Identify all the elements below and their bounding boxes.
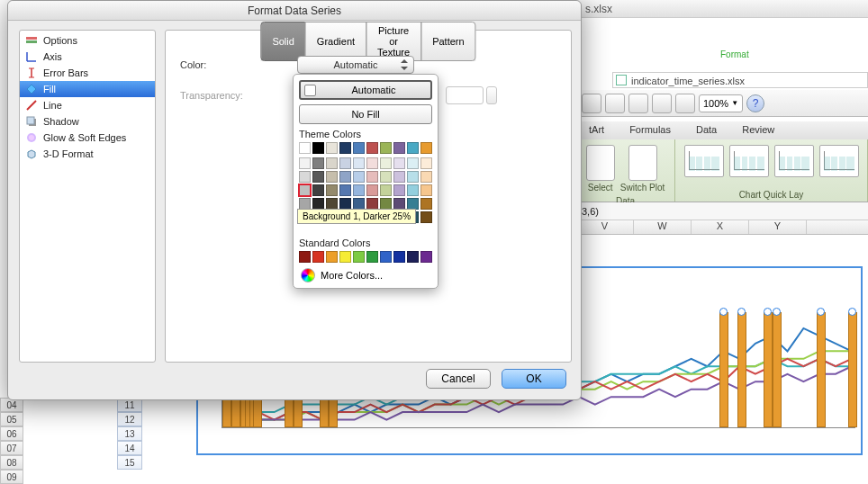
more-colors-button[interactable]: More Colors... <box>299 264 432 282</box>
chart-bar[interactable] <box>719 312 728 427</box>
toolbar-button[interactable] <box>628 94 648 113</box>
color-swatch[interactable] <box>393 142 405 154</box>
color-swatch[interactable] <box>339 184 351 196</box>
color-swatch[interactable] <box>380 157 392 169</box>
color-swatch[interactable] <box>366 184 378 196</box>
color-swatch[interactable] <box>366 171 378 183</box>
color-swatch[interactable] <box>393 171 405 183</box>
transparency-stepper[interactable] <box>486 86 497 104</box>
color-swatch[interactable] <box>353 184 365 196</box>
color-swatch[interactable] <box>420 157 432 169</box>
color-swatch[interactable] <box>312 251 324 263</box>
color-swatch[interactable] <box>420 198 432 210</box>
selection-handle[interactable] <box>737 308 746 316</box>
col-header[interactable]: X <box>692 220 749 234</box>
color-swatch[interactable] <box>339 157 351 169</box>
chart-layout-thumb[interactable] <box>819 145 859 177</box>
row-header[interactable]: 15 <box>117 455 142 470</box>
color-swatch[interactable] <box>393 157 405 169</box>
color-swatch[interactable] <box>353 171 365 183</box>
sidebar-item-glow-soft-edges[interactable]: Glow & Soft Edges <box>20 130 155 146</box>
color-swatch[interactable] <box>326 157 338 169</box>
transparency-input[interactable] <box>446 86 484 104</box>
color-swatch[interactable] <box>380 184 392 196</box>
color-swatch[interactable] <box>299 157 311 169</box>
color-swatch[interactable] <box>326 184 338 196</box>
sidebar-item-fill[interactable]: Fill <box>20 81 155 97</box>
color-swatch[interactable] <box>299 184 311 196</box>
color-swatch[interactable] <box>407 184 419 196</box>
ribbon-tab[interactable]: Review <box>729 121 787 139</box>
color-swatch[interactable] <box>366 251 378 263</box>
color-swatch[interactable] <box>393 184 405 196</box>
color-swatch[interactable] <box>339 251 351 263</box>
selection-handle[interactable] <box>848 308 856 316</box>
color-swatch[interactable] <box>420 211 432 223</box>
color-swatch[interactable] <box>380 142 392 154</box>
color-swatch[interactable] <box>420 251 432 263</box>
switch-plot-button[interactable] <box>628 145 657 181</box>
toolbar-button[interactable] <box>582 94 601 113</box>
color-swatch[interactable] <box>326 251 338 263</box>
col-header[interactable]: Y <box>749 220 807 234</box>
color-swatch[interactable] <box>312 171 324 183</box>
color-swatch[interactable] <box>353 157 365 169</box>
color-swatch[interactable] <box>420 142 432 154</box>
color-swatch[interactable] <box>353 251 365 263</box>
chart-bar[interactable] <box>848 312 857 427</box>
row-header[interactable]: 06 <box>0 426 23 441</box>
ribbon-tab[interactable]: Data <box>683 121 729 139</box>
toolbar-button[interactable] <box>675 94 695 113</box>
row-header[interactable]: 13 <box>117 426 142 441</box>
color-swatch[interactable] <box>393 251 405 263</box>
chart-bar[interactable] <box>764 312 773 427</box>
color-swatch[interactable] <box>299 251 311 263</box>
color-swatch[interactable] <box>420 171 432 183</box>
select-data-button[interactable] <box>586 145 615 181</box>
color-swatch[interactable] <box>407 251 419 263</box>
color-swatch[interactable] <box>353 142 365 154</box>
color-swatch[interactable] <box>312 157 324 169</box>
row-header[interactable]: 07 <box>0 441 23 455</box>
color-swatch[interactable] <box>407 171 419 183</box>
col-header[interactable]: W <box>634 220 692 234</box>
sidebar-item-line[interactable]: Line <box>20 97 155 113</box>
sidebar-item-options[interactable]: Options <box>20 32 155 49</box>
color-swatch[interactable] <box>312 142 324 154</box>
color-swatch[interactable] <box>420 184 432 196</box>
col-header[interactable]: V <box>576 220 634 234</box>
sidebar-item--d-format[interactable]: 3-D Format <box>20 146 155 162</box>
color-swatch[interactable] <box>312 184 324 196</box>
row-header[interactable]: 12 <box>117 412 142 426</box>
toolbar-button[interactable] <box>652 94 672 113</box>
automatic-color-button[interactable]: Automatic <box>299 80 432 100</box>
sidebar-item-shadow[interactable]: Shadow <box>20 113 155 130</box>
color-swatch[interactable] <box>299 142 311 154</box>
row-header[interactable]: 09 <box>0 470 23 484</box>
sidebar-item-error-bars[interactable]: Error Bars <box>20 65 155 81</box>
zoom-selector[interactable]: 100%▼ <box>699 94 743 112</box>
chart-layout-thumb[interactable] <box>774 145 814 177</box>
chart-bar[interactable] <box>737 312 746 427</box>
sidebar-item-axis[interactable]: Axis <box>20 49 155 65</box>
no-fill-button[interactable]: No Fill <box>299 104 432 124</box>
ribbon-tab[interactable]: tArt <box>576 121 617 139</box>
chart-layout-thumb[interactable] <box>684 145 724 177</box>
chart-bar[interactable] <box>773 312 782 427</box>
color-dropdown[interactable]: Automatic <box>297 56 414 74</box>
color-swatch[interactable] <box>407 142 419 154</box>
color-swatch[interactable] <box>339 171 351 183</box>
toolbar-button[interactable] <box>605 94 625 113</box>
color-swatch[interactable] <box>339 142 351 154</box>
chart-layout-thumb[interactable] <box>729 145 769 177</box>
row-header[interactable]: 14 <box>117 441 142 455</box>
color-swatch[interactable] <box>326 142 338 154</box>
color-swatch[interactable] <box>380 251 392 263</box>
color-swatch[interactable] <box>380 171 392 183</box>
color-swatch[interactable] <box>366 157 378 169</box>
color-swatch[interactable] <box>326 171 338 183</box>
ok-button[interactable]: OK <box>502 369 566 389</box>
color-swatch[interactable] <box>407 157 419 169</box>
cancel-button[interactable]: Cancel <box>426 369 491 389</box>
row-header[interactable]: 08 <box>0 455 23 470</box>
